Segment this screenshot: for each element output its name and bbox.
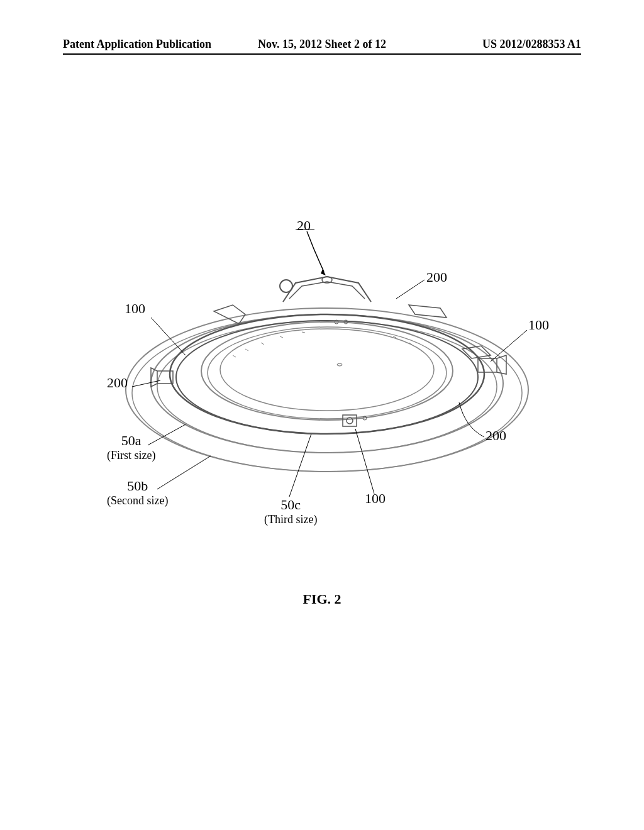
figure-caption: FIG. 2 (0, 591, 644, 607)
label-ref-50b: 50b (Second size) (107, 478, 168, 507)
label-ref-20: 20 (297, 218, 311, 234)
svg-point-1 (132, 314, 522, 472)
svg-line-29 (396, 280, 425, 299)
svg-line-20 (245, 349, 248, 351)
header-right: US 2012/0288353 A1 (408, 38, 581, 51)
svg-line-23 (302, 332, 305, 333)
svg-point-8 (220, 329, 434, 411)
label-ref-100-bottom: 100 (365, 490, 386, 507)
label-ref-100-left: 100 (125, 301, 145, 317)
figure-container: 20 200 100 100 200 200 50a (First size) … (88, 214, 560, 591)
svg-point-9 (337, 363, 342, 366)
label-ref-100-right: 100 (528, 317, 549, 333)
label-ref-200-top: 200 (426, 269, 447, 285)
label-ref-50a: 50a (First size) (107, 433, 155, 462)
svg-point-5 (176, 321, 478, 434)
header-left: Patent Application Publication (63, 38, 236, 51)
svg-point-6 (201, 322, 453, 420)
svg-point-10 (280, 280, 292, 292)
header-center: Nov. 15, 2012 Sheet 2 of 12 (236, 38, 409, 51)
svg-point-15 (347, 418, 353, 424)
svg-line-21 (261, 343, 264, 345)
patent-figure-drawing (88, 214, 560, 591)
svg-line-19 (233, 355, 236, 357)
label-ref-50c: 50c (Third size) (264, 497, 317, 526)
label-ref-200-right: 200 (486, 428, 506, 444)
svg-line-22 (280, 336, 283, 338)
svg-point-7 (208, 327, 447, 419)
svg-line-32 (132, 380, 160, 387)
svg-line-35 (289, 434, 311, 497)
svg-line-36 (355, 429, 374, 494)
label-ref-200-left: 200 (107, 375, 128, 391)
svg-line-30 (151, 318, 186, 355)
svg-rect-14 (343, 415, 357, 426)
